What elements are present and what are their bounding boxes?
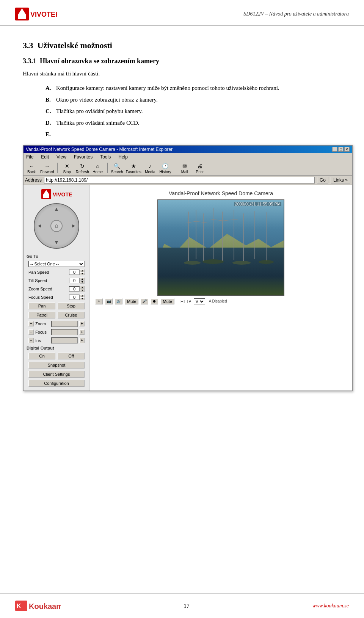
menu-tools[interactable]: Tools [99, 154, 112, 160]
intro-text: Hlavní stránka má tři hlavní části. [23, 71, 341, 77]
svg-point-22 [202, 259, 224, 264]
svg-rect-6 [43, 194, 49, 198]
menu-file[interactable]: File [25, 154, 35, 160]
mute-button-2[interactable]: Mute [160, 298, 174, 304]
toolbar-print-button[interactable]: 🖨 Print [193, 162, 206, 174]
go-button[interactable]: Go [317, 177, 328, 184]
tilt-speed-spinner[interactable]: ▲ ▼ [80, 278, 85, 284]
menu-view[interactable]: View [55, 154, 67, 160]
history-label: History [159, 170, 171, 174]
browser-window-controls[interactable]: _ □ ✕ [332, 147, 350, 152]
mute-button[interactable]: Mute [125, 298, 138, 304]
history-icon: 🕐 [161, 162, 170, 170]
subsection-number: 3.3.1 [23, 57, 36, 65]
svg-rect-2 [18, 14, 26, 19]
focus-minus-button[interactable]: − [28, 329, 34, 335]
iris-slider-label: Iris [35, 338, 50, 343]
address-input[interactable] [44, 177, 315, 184]
toolbar-history-button[interactable]: 🕐 History [159, 162, 172, 174]
pan-button[interactable]: Pan [28, 303, 55, 309]
video-camera-icon[interactable]: 📷 [105, 298, 113, 304]
zoom-speed-down[interactable]: ▼ [80, 289, 85, 292]
iris-slider[interactable] [51, 337, 78, 344]
toolbar-forward-button[interactable]: → Forward [40, 162, 54, 174]
ptz-outer-ring[interactable]: ▲ ▼ ◄ ► ⌂ [34, 203, 79, 249]
camera-main-title: Vandal-Proof Network Speed Dome Camera [95, 190, 347, 196]
iris-plus-button[interactable]: + [79, 338, 85, 343]
toolbar-stop-button[interactable]: ✕ Stop [61, 162, 74, 174]
focus-speed-spinner[interactable]: ▲ ▼ [80, 294, 85, 300]
toolbar-search-button[interactable]: 🔍 Search [111, 162, 124, 174]
menu-favorites[interactable]: Favorites [73, 154, 94, 160]
subsection-heading: Hlavní obrazovka se zobrazením kamery [40, 57, 159, 65]
video-mic-icon[interactable]: 🎤 [141, 298, 148, 304]
svg-point-21 [184, 261, 201, 265]
output-on-button[interactable]: On [28, 353, 55, 359]
video-play-icon[interactable]: + [95, 298, 103, 304]
ptz-down-arrow[interactable]: ▼ [54, 240, 59, 246]
svg-line-20 [221, 219, 238, 221]
pan-speed-down[interactable]: ▼ [80, 272, 85, 275]
menu-edit[interactable]: Edit [40, 154, 50, 160]
focus-speed-down[interactable]: ▼ [80, 297, 85, 300]
close-button[interactable]: ✕ [344, 147, 350, 152]
video-rec-icon[interactable]: ⏺ [151, 298, 158, 304]
stop-button[interactable]: Stop [58, 303, 85, 309]
video-frame: 2000/01/31 11:55:05 PM [157, 199, 284, 296]
ptz-up-arrow[interactable]: ▲ [54, 206, 59, 212]
list-content-e [56, 130, 341, 139]
ptz-joystick[interactable]: ▲ ▼ ◄ ► ⌂ [34, 203, 79, 249]
zoom-speed-spinner[interactable]: ▲ ▼ [80, 286, 85, 292]
patrol-button[interactable]: Patrol [28, 312, 55, 318]
menu-help[interactable]: Help [117, 154, 129, 160]
focus-plus-button[interactable]: + [79, 329, 85, 335]
goto-select[interactable]: -- Select One -- [28, 261, 85, 267]
mail-label: Mail [181, 170, 188, 174]
snapshot-button[interactable]: Snapshot [28, 362, 85, 369]
output-off-button[interactable]: Off [58, 353, 85, 359]
cruise-button[interactable]: Cruise [58, 312, 85, 318]
forward-icon: → [42, 162, 52, 170]
toolbar-home-button[interactable]: ⌂ Home [91, 162, 104, 174]
toolbar-mail-button[interactable]: ✉ Mail [178, 162, 191, 174]
motion-buttons-row1: Pan Stop [28, 303, 85, 309]
toolbar-media-button[interactable]: ♪ Media [144, 162, 157, 174]
zoom-plus-button[interactable]: + [79, 321, 85, 326]
zoom-slider[interactable] [51, 321, 78, 327]
configuration-button[interactable]: Configuration [28, 380, 85, 387]
zoom-speed-up[interactable]: ▲ [80, 286, 85, 289]
http-select[interactable]: V [194, 298, 205, 304]
focus-speed-up[interactable]: ▲ [80, 294, 85, 297]
zoom-speed-input[interactable] [69, 286, 80, 292]
pan-speed-input[interactable] [69, 270, 80, 275]
section-list: A. Konfigurace kamery: nastavení kamery … [46, 84, 341, 139]
list-label-d: D. [46, 119, 56, 127]
pan-speed-row: Pan Speed ▲ ▼ [28, 269, 85, 275]
ptz-center-button[interactable]: ⌂ [50, 220, 63, 232]
pan-speed-spinner[interactable]: ▲ ▼ [80, 269, 85, 275]
focus-slider[interactable] [51, 329, 78, 335]
ptz-left-arrow[interactable]: ◄ [37, 223, 42, 229]
pan-speed-up[interactable]: ▲ [80, 269, 85, 272]
zoom-minus-button[interactable]: − [28, 321, 34, 326]
browser-body: VIVOTEK ▲ ▼ ◄ ► ⌂ Go To -- Select One -- [24, 185, 352, 391]
tilt-speed-input[interactable] [69, 278, 80, 283]
ptz-right-arrow[interactable]: ► [71, 223, 76, 229]
toolbar-back-button[interactable]: ← Back [25, 162, 38, 174]
maximize-button[interactable]: □ [338, 147, 344, 152]
home-icon: ⌂ [93, 162, 102, 170]
links-button[interactable]: Links » [331, 177, 350, 184]
client-settings-button[interactable]: Client Settings [28, 371, 85, 378]
focus-speed-input[interactable] [69, 295, 80, 300]
svg-text:VIVOTEK: VIVOTEK [53, 191, 72, 198]
tilt-speed-up[interactable]: ▲ [80, 278, 85, 281]
list-item: B. Okno pro video: zobrazující obraz z k… [46, 96, 341, 104]
toolbar-favorites-button[interactable]: ★ Favorites [126, 162, 141, 174]
vivotek-logo: VIVOTEK [15, 7, 57, 21]
toolbar-refresh-button[interactable]: ↻ Refresh [76, 162, 89, 174]
video-speaker-icon[interactable]: 🔊 [115, 298, 122, 304]
iris-minus-button[interactable]: − [28, 338, 34, 343]
tilt-speed-down[interactable]: ▼ [80, 281, 85, 284]
minimize-button[interactable]: _ [332, 147, 337, 152]
toolbar-separator [57, 163, 58, 173]
